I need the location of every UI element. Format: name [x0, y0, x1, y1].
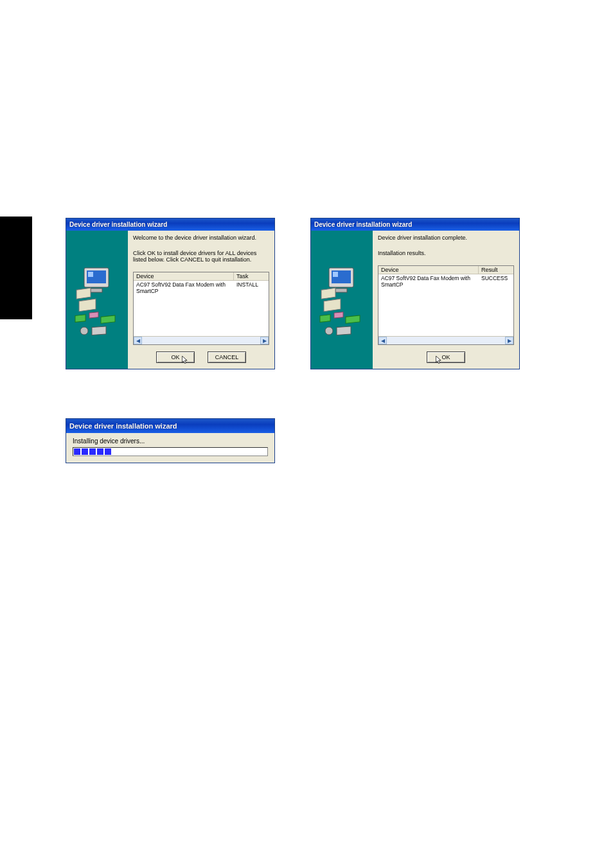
progress-bar	[73, 447, 268, 456]
svg-rect-3	[91, 288, 102, 292]
table-row[interactable]: AC97 SoftV92 Data Fax Modem with SmartCP…	[134, 281, 269, 295]
results-label: Installation results.	[378, 250, 514, 256]
svg-rect-17	[320, 314, 330, 322]
svg-rect-13	[333, 272, 338, 277]
horizontal-scrollbar[interactable]: ◀ ▶	[378, 336, 513, 344]
titlebar[interactable]: Device driver installation wizard	[66, 419, 274, 433]
status-text: Installing device drivers...	[73, 438, 268, 445]
margin-tab	[0, 217, 32, 319]
scroll-right-icon[interactable]: ▶	[260, 337, 269, 344]
svg-rect-5	[79, 299, 96, 312]
progress-chunk	[105, 448, 111, 455]
title-text: Device driver installation wizard	[69, 422, 177, 430]
cell-result: SUCCESS	[479, 274, 513, 288]
svg-rect-6	[75, 314, 85, 322]
ok-button[interactable]: OK	[156, 351, 195, 363]
computer-hardware-icon	[316, 249, 368, 351]
scroll-right-icon[interactable]: ▶	[505, 337, 513, 344]
scroll-track[interactable]	[387, 337, 505, 344]
svg-rect-10	[92, 326, 106, 335]
svg-point-20	[325, 327, 333, 335]
scroll-track[interactable]	[142, 337, 260, 344]
cancel-button[interactable]: CANCEL	[208, 351, 246, 363]
wizard-side-graphic	[311, 231, 373, 369]
cell-task: INSTALL	[234, 281, 269, 295]
column-header-task[interactable]: Task	[234, 272, 269, 280]
scroll-left-icon[interactable]: ◀	[134, 337, 142, 344]
progress-chunk	[82, 448, 88, 455]
svg-point-9	[80, 327, 88, 335]
svg-rect-21	[337, 326, 351, 335]
svg-rect-15	[321, 288, 335, 299]
titlebar[interactable]: Device driver installation wizard	[311, 218, 519, 231]
svg-rect-2	[88, 272, 93, 277]
ok-button[interactable]: OK	[427, 351, 465, 363]
svg-rect-7	[89, 312, 98, 317]
svg-rect-14	[335, 288, 347, 292]
results-table: Device Result AC97 SoftV92 Data Fax Mode…	[378, 265, 514, 345]
cell-device: AC97 SoftV92 Data Fax Modem with SmartCP	[134, 281, 234, 295]
instruction-text: Click OK to install device drivers for A…	[133, 250, 262, 263]
table-row[interactable]: AC97 SoftV92 Data Fax Modem with SmartCP…	[378, 274, 513, 288]
complete-text: Device driver installation complete.	[378, 235, 514, 241]
install-progress-dialog: Device driver installation wizard Instal…	[66, 418, 275, 463]
svg-rect-16	[324, 299, 341, 312]
install-wizard-dialog-welcome: Device driver installation wizard	[66, 218, 275, 369]
svg-rect-19	[346, 315, 360, 323]
column-header-device[interactable]: Device	[134, 272, 234, 280]
column-header-result[interactable]: Result	[479, 266, 513, 274]
progress-chunk	[97, 448, 103, 455]
scroll-left-icon[interactable]: ◀	[378, 337, 387, 344]
svg-rect-18	[334, 312, 343, 317]
progress-chunk	[89, 448, 96, 455]
wizard-side-graphic	[66, 231, 128, 369]
device-table: Device Task AC97 SoftV92 Data Fax Modem …	[133, 272, 269, 345]
progress-chunk	[74, 448, 80, 455]
title-text: Device driver installation wizard	[69, 221, 167, 228]
title-text: Device driver installation wizard	[314, 221, 412, 228]
welcome-text: Welcome to the device driver installatio…	[133, 235, 269, 241]
column-header-device[interactable]: Device	[378, 266, 479, 274]
svg-rect-4	[76, 288, 91, 299]
computer-hardware-icon	[71, 249, 123, 351]
install-wizard-dialog-complete: Device driver installation wizard	[310, 218, 520, 369]
cell-device: AC97 SoftV92 Data Fax Modem with SmartCP	[378, 274, 479, 288]
horizontal-scrollbar[interactable]: ◀ ▶	[134, 336, 269, 344]
titlebar[interactable]: Device driver installation wizard	[66, 218, 274, 231]
svg-rect-8	[101, 315, 115, 323]
